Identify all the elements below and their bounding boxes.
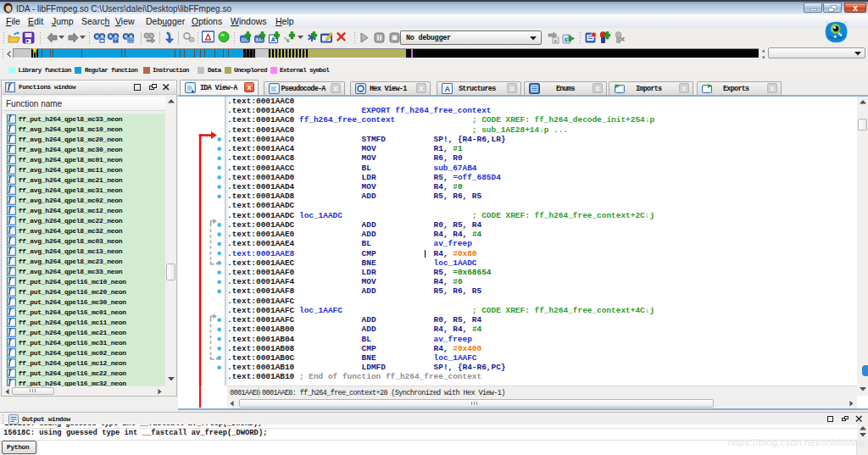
- svg-text:c: c: [554, 38, 558, 44]
- svg-text:’s: ’s: [284, 36, 290, 44]
- svg-text:A: A: [444, 85, 450, 93]
- svg-text:101: 101: [128, 39, 135, 43]
- svg-text:c: c: [565, 36, 568, 43]
- svg-text:A: A: [271, 36, 275, 42]
